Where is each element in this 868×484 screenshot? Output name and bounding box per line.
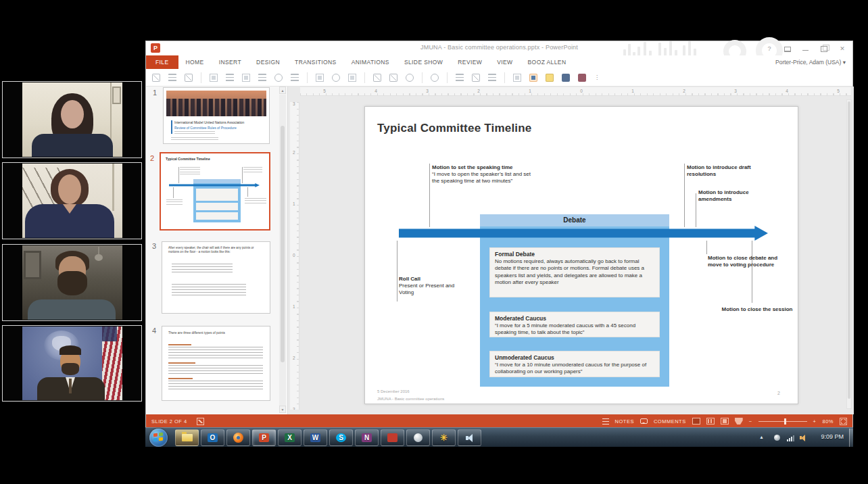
normal-view-button[interactable] bbox=[692, 418, 700, 425]
notes-toggle[interactable]: NOTES bbox=[615, 418, 634, 425]
thumbnail-4-subhead bbox=[168, 344, 191, 345]
slideshow-view-button[interactable] bbox=[735, 418, 743, 425]
slide-2[interactable]: Typical Committee Timeline Motion to set… bbox=[364, 106, 798, 404]
participant-video-3[interactable] bbox=[2, 244, 142, 321]
toolbar-icon[interactable] bbox=[258, 74, 266, 82]
thumbnail-scrollbar-thumb[interactable] bbox=[281, 126, 285, 362]
zoom-slider[interactable] bbox=[758, 421, 807, 422]
unmoderated-caucus-box[interactable]: Unmoderated Caucus “I move for a 10 minu… bbox=[489, 351, 660, 377]
toolbar-icon[interactable] bbox=[578, 74, 586, 82]
participant-video-4[interactable] bbox=[2, 325, 142, 402]
close-button[interactable]: ✕ bbox=[836, 44, 848, 53]
toolbar-icon[interactable] bbox=[185, 74, 193, 82]
ribbon-display-options-button[interactable] bbox=[781, 44, 794, 53]
toolbar-icon[interactable] bbox=[431, 74, 439, 82]
callout-close-session[interactable]: Motion to close the session bbox=[719, 306, 796, 313]
toolbar-icon[interactable] bbox=[546, 74, 554, 82]
canvas-scrollbar-thumb[interactable] bbox=[848, 101, 850, 399]
tab-insert[interactable]: INSERT bbox=[212, 55, 249, 69]
tray-status-icon[interactable] bbox=[774, 435, 780, 441]
tab-animations[interactable]: ANIMATIONS bbox=[344, 55, 397, 69]
city-skyline bbox=[166, 99, 266, 116]
formal-debate-title: Formal Debate bbox=[495, 251, 654, 258]
thumbnail-scroll-up-button[interactable]: ▲ bbox=[279, 87, 286, 94]
powerpoint-window: P JMUNA - Basic committee operations.ppt… bbox=[145, 41, 853, 427]
toolbar-icon[interactable] bbox=[210, 74, 218, 82]
toolbar-icon[interactable] bbox=[456, 74, 464, 82]
tab-file[interactable]: FILE bbox=[146, 55, 178, 69]
tab-home[interactable]: HOME bbox=[178, 55, 212, 69]
tab-booz-allen[interactable]: BOOZ ALLEN bbox=[521, 55, 574, 69]
taskbar-clock[interactable]: 9:09 PM bbox=[821, 433, 844, 440]
notes-pencil-icon[interactable] bbox=[197, 418, 204, 425]
slide-thumbnail-1[interactable]: International Model United Nations Assoc… bbox=[163, 87, 270, 144]
slide-thumbnail-2-selected[interactable]: Typical Committee Timeline bbox=[160, 152, 270, 231]
zoom-level[interactable]: 80% bbox=[822, 418, 834, 425]
toolbar-icon[interactable] bbox=[274, 74, 283, 82]
mini-callout-line bbox=[242, 167, 243, 183]
toolbar-icon[interactable] bbox=[513, 74, 521, 82]
toolbar-icon[interactable] bbox=[488, 74, 496, 82]
taskbar: O P X W S N ✳ ▲ 9:09 PM bbox=[145, 427, 853, 447]
zoom-out-button[interactable]: − bbox=[749, 418, 752, 425]
toolbar-icon[interactable] bbox=[389, 74, 397, 82]
account-menu[interactable]: Porter-Price, Adam (USA) ▾ bbox=[775, 55, 846, 69]
callout-draft-resolutions[interactable]: Motion to introduce draft resolutions bbox=[687, 164, 773, 178]
thumbnail-scroll-down-button[interactable]: ▼ bbox=[279, 406, 286, 413]
reading-view-button[interactable] bbox=[721, 418, 729, 425]
tab-transitions[interactable]: TRANSITIONS bbox=[287, 55, 344, 69]
toolbar-icon[interactable] bbox=[168, 74, 176, 82]
notes-icon bbox=[602, 418, 609, 425]
zoom-in-button[interactable]: + bbox=[813, 418, 817, 425]
debate-phase-bar[interactable]: Debate bbox=[480, 214, 669, 226]
toolbar-icon[interactable] bbox=[291, 74, 299, 82]
participant-video-1[interactable] bbox=[2, 81, 142, 158]
toolbar-icon[interactable] bbox=[562, 74, 570, 82]
callout-close-debate[interactable]: Motion to close debate and move to votin… bbox=[708, 255, 788, 268]
toolbar-icon[interactable] bbox=[226, 74, 234, 82]
toolbar-icon[interactable] bbox=[332, 74, 340, 82]
callout-line-close-debate bbox=[706, 241, 707, 254]
toolbar-icon[interactable] bbox=[472, 74, 480, 82]
scroll-up-icon: ▲ bbox=[281, 89, 285, 93]
toolbar-icon[interactable] bbox=[348, 74, 356, 82]
toolbar-icon[interactable] bbox=[242, 74, 250, 82]
callout-amendments-text: Motion to introduce amendments bbox=[698, 189, 749, 202]
mini-callout-line bbox=[178, 167, 179, 183]
debate-label: Debate bbox=[563, 216, 585, 224]
toolbar-icon[interactable] bbox=[316, 74, 324, 82]
callout-speaking-quote: “I move to open the speaker’s list and s… bbox=[432, 171, 531, 184]
help-button[interactable]: ? bbox=[763, 44, 775, 53]
window-title: JMUNA - Basic committee operations.pptx … bbox=[146, 44, 852, 51]
slide-thumbnail-3[interactable]: After every speaker, the chair will ask … bbox=[162, 241, 270, 314]
canvas-scrollbar-track[interactable] bbox=[846, 99, 852, 409]
formal-debate-box[interactable]: Formal Debate No motions required, alway… bbox=[489, 247, 660, 297]
comments-toggle[interactable]: COMMENTS bbox=[654, 418, 686, 425]
network-icon[interactable] bbox=[787, 435, 795, 441]
callout-speaking-time[interactable]: Motion to set the speaking time “I move … bbox=[432, 164, 535, 185]
tab-view[interactable]: VIEW bbox=[489, 55, 520, 69]
title-bar[interactable]: P JMUNA - Basic committee operations.ppt… bbox=[146, 41, 852, 55]
minimize-button[interactable] bbox=[800, 44, 812, 53]
callout-roll-call[interactable]: Roll Call Present or Present and Voting bbox=[399, 276, 464, 297]
tray-volume-icon[interactable] bbox=[800, 434, 809, 442]
slide-sorter-view-button[interactable] bbox=[706, 418, 715, 425]
slide-thumbnail-4[interactable]: There are three different types of point… bbox=[162, 326, 270, 401]
toolbar-icon[interactable] bbox=[373, 74, 381, 82]
toolbar-icon[interactable] bbox=[406, 74, 414, 82]
tab-slide-show[interactable]: SLIDE SHOW bbox=[397, 55, 450, 69]
tab-design[interactable]: DESIGN bbox=[249, 55, 287, 69]
toolbar-overflow[interactable]: ⋮ bbox=[594, 74, 601, 82]
toolbar-icon[interactable] bbox=[152, 74, 160, 82]
fit-to-window-button[interactable] bbox=[840, 418, 847, 425]
restore-button[interactable] bbox=[818, 44, 830, 53]
moderated-caucus-box[interactable]: Moderated Caucus “I move for a 5 minute … bbox=[489, 312, 660, 337]
tray-expand-button[interactable]: ▲ bbox=[759, 435, 764, 439]
show-desktop-button[interactable] bbox=[849, 429, 853, 447]
meeting-screen: P JMUNA - Basic committee operations.ppt… bbox=[0, 0, 868, 484]
toolbar-icon-active[interactable] bbox=[529, 74, 537, 82]
participant-video-2[interactable] bbox=[2, 162, 142, 239]
person-tie bbox=[69, 379, 72, 393]
callout-amendments[interactable]: Motion to introduce amendments bbox=[698, 189, 769, 203]
tab-review[interactable]: REVIEW bbox=[450, 55, 489, 69]
